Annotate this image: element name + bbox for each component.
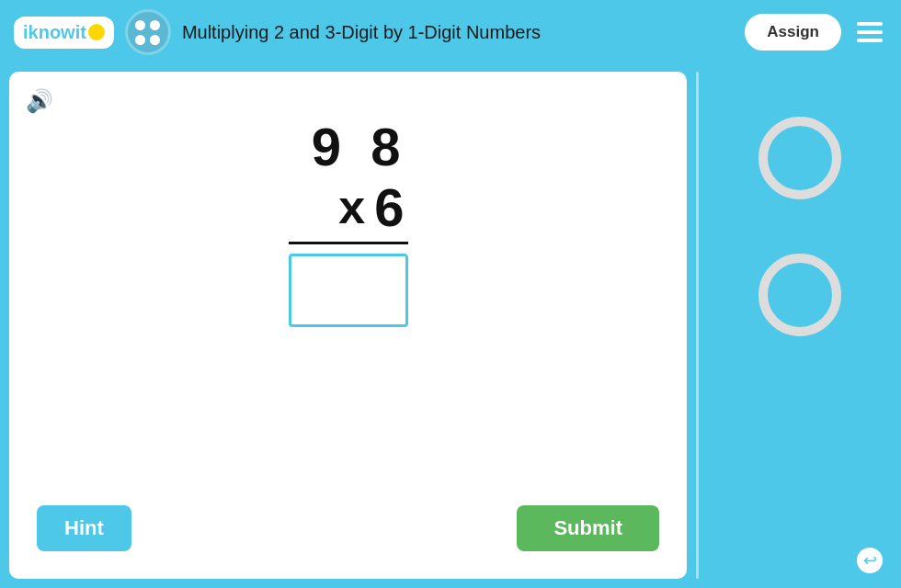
panel-divider — [696, 72, 699, 579]
stats-panel: Progress 0/13 Score 0 — [708, 72, 892, 579]
action-buttons: Hint Submit — [28, 496, 668, 560]
hamburger-line — [857, 39, 883, 42]
menu-button[interactable] — [852, 17, 887, 47]
multiplier-row: x 6 — [289, 176, 408, 238]
logo-text: iknowit — [23, 22, 86, 43]
logo-bulb-icon — [88, 24, 105, 40]
nav-back-icon: ↩ — [857, 548, 883, 573]
lesson-title: Multiplying 2 and 3-Digit by 1-Digit Num… — [182, 22, 734, 43]
nav-back-button[interactable]: ↩ — [855, 546, 884, 575]
main-container: 🔊 9 8 x 6 Hint Submit Progress 0/13 — [0, 64, 901, 588]
problem-top-number: 9 8 — [289, 118, 408, 176]
progress-ring: 0/13 — [754, 112, 846, 204]
film-dot — [135, 20, 145, 30]
math-problem: 9 8 x 6 — [28, 118, 668, 496]
progress-label: Progress — [764, 85, 836, 105]
problem-underline — [289, 242, 408, 244]
multiplier-value: 6 — [374, 176, 407, 238]
film-dots — [135, 20, 160, 45]
score-section: Score 0 — [754, 222, 846, 341]
hamburger-line — [857, 30, 883, 34]
score-ring: 0 — [754, 249, 846, 341]
film-dot — [150, 35, 160, 45]
app-header: iknowit Multiplying 2 and 3-Digit by 1-D… — [0, 0, 901, 64]
hamburger-line — [857, 22, 883, 26]
score-value: 0 — [796, 287, 804, 303]
film-dot — [150, 20, 160, 30]
problem-panel: 🔊 9 8 x 6 Hint Submit — [9, 72, 687, 579]
sound-icon[interactable]: 🔊 — [26, 88, 53, 114]
score-label: Score — [777, 222, 823, 242]
film-dot — [135, 35, 145, 45]
progress-value: 0/13 — [785, 150, 814, 166]
assign-button[interactable]: Assign — [745, 14, 841, 51]
film-reel-icon — [125, 9, 171, 55]
progress-section: Progress 0/13 — [754, 85, 846, 204]
hint-button[interactable]: Hint — [37, 505, 131, 551]
submit-button[interactable]: Submit — [517, 505, 659, 551]
times-sign: x — [338, 179, 365, 234]
logo: iknowit — [14, 17, 114, 49]
answer-input-box[interactable] — [289, 254, 408, 327]
